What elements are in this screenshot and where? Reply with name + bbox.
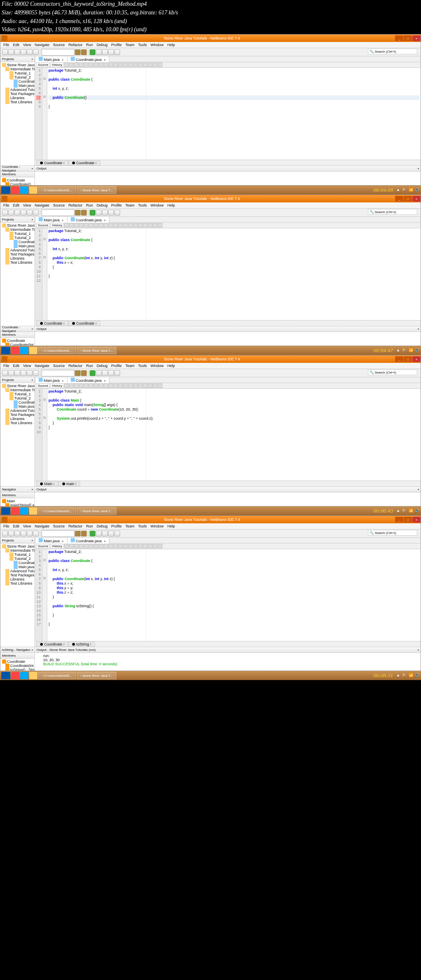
- fold-gutter[interactable]: ⊟⊟: [42, 389, 47, 481]
- menu-run[interactable]: Run: [85, 524, 94, 529]
- toolbar-button[interactable]: [114, 531, 120, 536]
- run-button[interactable]: [90, 210, 95, 216]
- taskbar[interactable]: ▫ C:\Users\Steve\D...▫ Stone River Java …: [0, 346, 421, 355]
- navigator-header[interactable]: Coordinate - Navigator ▪: [0, 166, 35, 172]
- tab-close-icon[interactable]: ×: [62, 379, 64, 382]
- search-input[interactable]: 🔍 Search (Ctrl+I): [368, 49, 417, 54]
- code-line[interactable]: [49, 100, 419, 105]
- tray-icon[interactable]: 🏳: [402, 348, 407, 353]
- tree-item[interactable]: Test Libraries: [1, 581, 34, 585]
- editor-toolbar-button[interactable]: [123, 63, 128, 67]
- editor-toolbar-button[interactable]: [118, 63, 123, 67]
- toolbar-button[interactable]: [2, 210, 8, 216]
- toolbar-button[interactable]: [21, 531, 26, 536]
- skype-icon[interactable]: [20, 186, 28, 194]
- tree-item[interactable]: Main.java: [1, 404, 34, 409]
- toolbar-button[interactable]: [108, 49, 114, 55]
- skype-icon[interactable]: [20, 507, 28, 515]
- output-panel[interactable]: Output ▪: [35, 326, 421, 346]
- navigator-panel[interactable]: Coordinate - Navigator ▪ Members Coordin…: [0, 326, 35, 346]
- toolbar-button[interactable]: [14, 531, 20, 536]
- menubar[interactable]: FileEditViewNavigateSourceRefactorRunDeb…: [0, 42, 421, 48]
- nav-item[interactable]: Main: [1, 499, 34, 503]
- toolbar-button[interactable]: [8, 370, 14, 376]
- taskbar-item[interactable]: ▫ C:\Users\Steve\D...: [38, 672, 76, 679]
- main-toolbar[interactable]: [0, 209, 421, 217]
- projects-panel[interactable]: Projects ▪ Stone River Java TutorialsInt…: [0, 377, 35, 486]
- tree-item[interactable]: Coordinate.java: [1, 400, 34, 404]
- explorer-icon[interactable]: [29, 186, 37, 194]
- code-line[interactable]: public class Coordinate {: [49, 77, 419, 82]
- code-line[interactable]: package Tutorial_2;: [49, 389, 419, 394]
- clean-build-button[interactable]: [81, 370, 87, 376]
- tree-item[interactable]: Test Libraries: [1, 421, 34, 425]
- menubar[interactable]: FileEditViewNavigateSourceRefactorRunDeb…: [0, 202, 421, 209]
- code-editor[interactable]: 12345678910⊟⊟package Tutorial_2;public c…: [35, 389, 421, 481]
- toolbar-button[interactable]: [33, 210, 39, 216]
- editor-tabs[interactable]: Main.java × Coordinate.java ×: [35, 538, 421, 543]
- volume-icon[interactable]: 🔊: [415, 348, 420, 353]
- code-editor[interactable]: 123456789⊟⊟package Tutorial_2;public cla…: [35, 68, 421, 160]
- editor-toolbar-button[interactable]: [118, 383, 123, 388]
- skype-icon[interactable]: [20, 672, 28, 679]
- code-line[interactable]: System.out.println(coord.x + ", " + coor…: [49, 416, 419, 421]
- minimize-button[interactable]: _: [395, 196, 403, 202]
- toolbar-button[interactable]: [33, 531, 39, 536]
- panel-close-icon[interactable]: ▪: [32, 378, 33, 382]
- editor-toolbar-button[interactable]: [84, 63, 88, 67]
- editor-toolbar-button[interactable]: [94, 383, 98, 388]
- tree-item[interactable]: Stone River Java Tutorials: [1, 384, 34, 388]
- breadcrumb-item[interactable]: ⬢ main ›: [58, 481, 81, 486]
- editor-toolbar-button[interactable]: [128, 223, 133, 228]
- source-tab[interactable]: Source: [36, 544, 50, 548]
- toolbar-button[interactable]: [21, 49, 26, 55]
- code-line[interactable]: Coordinate coord = new Coordinate(10, 20…: [49, 407, 419, 412]
- search-input[interactable]: 🔍 Search (Ctrl+I): [368, 369, 417, 375]
- editor-toolbar-button[interactable]: [89, 383, 93, 388]
- toolbar-button[interactable]: [8, 49, 14, 55]
- menu-tools[interactable]: Tools: [137, 524, 148, 529]
- editor-toolbar-button[interactable]: [104, 63, 108, 67]
- panel-close-icon[interactable]: ▪: [32, 539, 33, 542]
- code-line[interactable]: [49, 242, 419, 247]
- editor-toolbar-button[interactable]: [158, 63, 162, 67]
- editor-toolbar-button[interactable]: [128, 544, 133, 548]
- fold-gutter[interactable]: ⊟⊟: [42, 228, 47, 320]
- window-titlebar[interactable]: Stone River Java Tutorials - NetBeans ID…: [0, 355, 421, 363]
- tree-item[interactable]: Tutorial_2: [1, 557, 34, 561]
- editor-tabs[interactable]: Main.java × Coordinate.java ×: [35, 217, 421, 223]
- network-icon[interactable]: 📶: [409, 188, 414, 193]
- editor-toolbar-button[interactable]: [109, 63, 113, 67]
- build-button[interactable]: [75, 370, 81, 376]
- nav-item[interactable]: main(String[] args): [1, 503, 34, 506]
- editor-toolbar-button[interactable]: [104, 544, 108, 548]
- editor-toolbar-button[interactable]: [84, 223, 88, 228]
- editor-toolbar-button[interactable]: [109, 383, 113, 388]
- tree-item[interactable]: Tutorial_2: [1, 396, 34, 400]
- toolbar-button[interactable]: [102, 210, 108, 216]
- menu-profile[interactable]: Profile: [110, 363, 123, 368]
- code-line[interactable]: [49, 608, 419, 613]
- members-header[interactable]: Members: [0, 172, 35, 177]
- history-tab[interactable]: History: [50, 383, 64, 388]
- menu-file[interactable]: File: [2, 524, 11, 529]
- code-line[interactable]: }: [49, 105, 419, 109]
- projects-header[interactable]: Projects ▪: [0, 56, 35, 62]
- tree-item[interactable]: Tutorial_2: [1, 236, 34, 240]
- editor-tab[interactable]: Main.java ×: [35, 216, 67, 223]
- editor-toolbar-button[interactable]: [143, 383, 148, 388]
- editor-toolbar-button[interactable]: [79, 544, 83, 548]
- chrome-icon[interactable]: [11, 186, 19, 194]
- panel-close-icon[interactable]: ▪: [418, 488, 419, 491]
- code-line[interactable]: [49, 394, 419, 398]
- tree-item[interactable]: Advanced Tutorials: [1, 569, 34, 573]
- toolbar-button[interactable]: [102, 370, 108, 376]
- tree-item[interactable]: Libraries: [1, 96, 34, 100]
- toolbar-button[interactable]: [2, 531, 8, 536]
- build-button[interactable]: [75, 210, 81, 216]
- menu-refactor[interactable]: Refactor: [67, 42, 83, 47]
- menu-team[interactable]: Team: [124, 363, 136, 368]
- volume-icon[interactable]: 🔊: [415, 509, 420, 513]
- projects-header[interactable]: Projects ▪: [0, 377, 35, 383]
- toolbar-button[interactable]: [96, 531, 102, 536]
